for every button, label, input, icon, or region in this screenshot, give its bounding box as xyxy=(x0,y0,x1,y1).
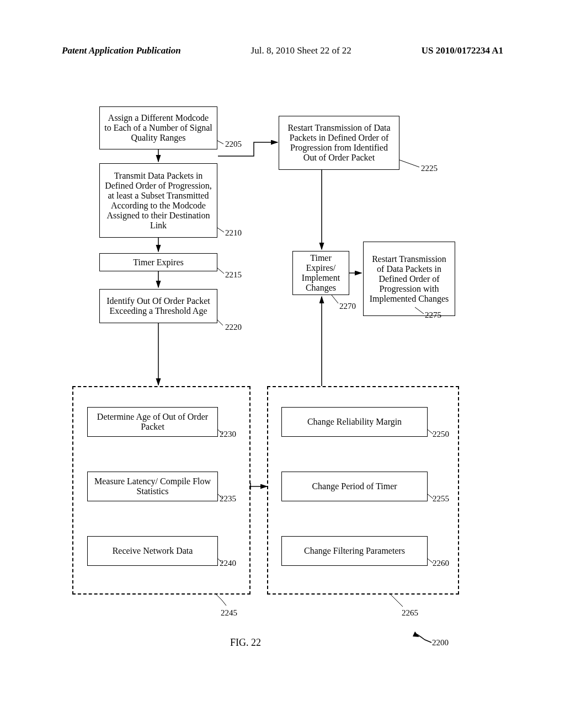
ref-2275: 2275 xyxy=(425,311,441,320)
svg-line-11 xyxy=(332,295,338,303)
svg-line-7 xyxy=(217,141,223,144)
box-2240: Receive Network Data xyxy=(87,536,218,566)
ref-2220: 2220 xyxy=(225,323,242,332)
ref-2210: 2210 xyxy=(225,228,242,238)
box-2205: Assign a Different Modcode to Each of a … xyxy=(99,106,217,149)
ref-2200: 2200 xyxy=(432,638,449,647)
ref-2230: 2230 xyxy=(220,430,236,439)
figure-label: FIG. 22 xyxy=(230,637,261,649)
svg-line-8 xyxy=(217,228,224,232)
ref-2265: 2265 xyxy=(402,608,418,618)
box-2230: Determine Age of Out of Order Packet xyxy=(87,407,218,437)
box-2250: Change Reliability Margin xyxy=(281,407,428,437)
svg-line-9 xyxy=(217,268,224,274)
box-2220: Identify Out Of Order Packet Exceeding a… xyxy=(99,289,217,323)
ref-2260: 2260 xyxy=(433,559,449,568)
ref-2270: 2270 xyxy=(339,302,356,311)
box-2260: Change Filtering Parameters xyxy=(281,536,428,566)
ref-2215: 2215 xyxy=(225,270,242,280)
box-2210: Transmit Data Packets in Defined Order o… xyxy=(99,163,217,238)
ref-2255: 2255 xyxy=(433,494,449,504)
ref-2235: 2235 xyxy=(220,494,236,504)
box-2270: Timer Expires/ Implement Changes xyxy=(292,251,349,295)
ref-2205: 2205 xyxy=(225,140,242,149)
box-2225: Restart Transmission of Data Packets in … xyxy=(279,116,399,170)
box-2275: Restart Transmission of Data Packets in … xyxy=(363,242,455,316)
connector-overlay xyxy=(0,0,565,728)
ref-2245: 2245 xyxy=(221,608,237,618)
flowchart-diagram: Assign a Different Modcode to Each of a … xyxy=(0,0,565,728)
box-2235: Measure Latency/ Compile Flow Statistics xyxy=(87,472,218,501)
box-2215: Timer Expires xyxy=(99,253,217,271)
svg-line-10 xyxy=(399,160,419,167)
ref-2240: 2240 xyxy=(220,559,236,568)
box-2255: Change Period of Timer xyxy=(281,472,428,501)
svg-line-6 xyxy=(217,320,223,325)
ref-2250: 2250 xyxy=(433,430,449,439)
ref-2225: 2225 xyxy=(421,164,438,173)
